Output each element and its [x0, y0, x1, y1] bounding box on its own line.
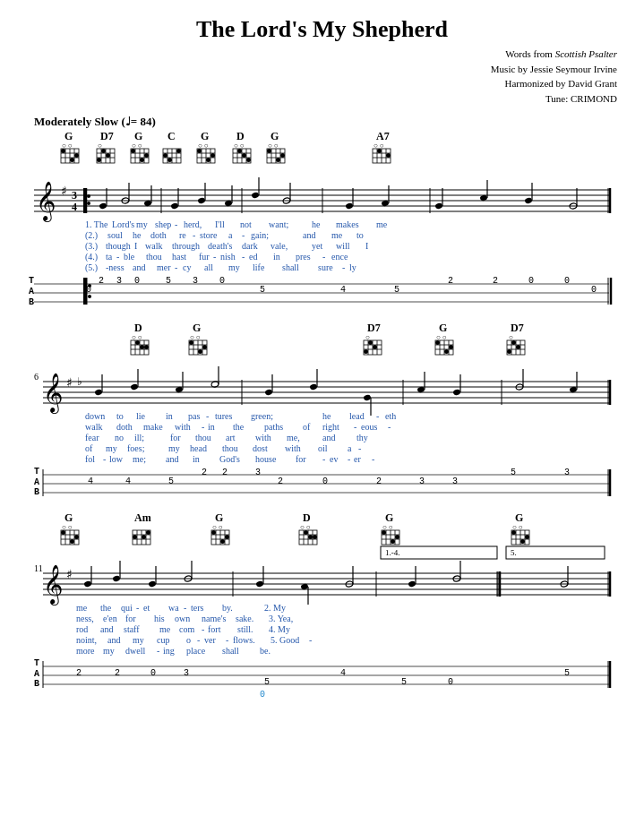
svg-text:-: -: [354, 422, 356, 432]
svg-text:4: 4: [72, 201, 77, 213]
svg-text:2: 2: [115, 668, 120, 678]
svg-text:his: his: [154, 614, 165, 623]
song-title: The Lord's My Shepherd: [27, 16, 617, 43]
svg-text:-: -: [372, 454, 374, 464]
svg-text:in: in: [193, 454, 200, 464]
svg-text:-: -: [358, 443, 361, 453]
svg-point-420: [304, 530, 308, 535]
svg-text:still.: still.: [237, 624, 253, 634]
svg-text:-: -: [376, 411, 379, 421]
svg-point-430: [382, 530, 386, 535]
svg-text:ble: ble: [124, 252, 135, 262]
svg-text:3: 3: [193, 276, 198, 286]
svg-text:3. Yea,: 3. Yea,: [269, 614, 293, 623]
chord-C-1: C: [167, 130, 176, 142]
chord-grid-G4: [267, 149, 285, 163]
svg-text:e'en: e'en: [103, 614, 117, 623]
svg-text:low: low: [109, 454, 124, 464]
svg-text:doth: doth: [116, 422, 133, 432]
svg-text:in: in: [273, 252, 280, 262]
svg-text:house: house: [255, 454, 277, 464]
svg-text:3: 3: [184, 668, 189, 678]
chord-grid-G-s3: [61, 530, 79, 545]
svg-text:𝄞: 𝄞: [43, 373, 63, 415]
svg-text:1.-4.: 1.-4.: [385, 548, 400, 557]
svg-text:ev: ev: [330, 454, 338, 464]
svg-text:3: 3: [419, 477, 425, 486]
svg-text:-: -: [309, 635, 312, 645]
svg-point-66: [267, 149, 271, 153]
chord-A7-1: A7: [376, 130, 390, 142]
svg-text:my: my: [168, 443, 180, 453]
svg-text:-ness: -ness: [106, 262, 125, 272]
svg-text:5: 5: [264, 677, 270, 687]
svg-rect-445: [506, 546, 605, 559]
svg-text:4: 4: [88, 477, 93, 486]
svg-text:2: 2: [99, 276, 104, 286]
svg-point-400: [133, 535, 137, 539]
svg-text:shep: shep: [155, 219, 171, 229]
staff-section3: 11 𝄞 ♯: [34, 561, 610, 606]
svg-point-244: [373, 345, 377, 349]
svg-text:𝄞: 𝄞: [43, 564, 63, 606]
svg-point-58: [246, 158, 251, 162]
svg-text:cup: cup: [157, 635, 169, 645]
svg-text:ver: ver: [204, 635, 216, 645]
chord-Am-s3: Am: [134, 511, 151, 524]
svg-point-422: [313, 535, 317, 539]
svg-text:the: the: [233, 422, 245, 432]
svg-text:-: -: [197, 635, 200, 645]
chord-grid-G3: [197, 149, 215, 163]
svg-text:-: -: [226, 635, 228, 645]
svg-point-288: [264, 389, 272, 396]
svg-text:-: -: [348, 454, 350, 464]
svg-text:ly: ly: [349, 262, 356, 272]
svg-text:for: for: [170, 433, 181, 442]
svg-text:be.: be.: [260, 646, 270, 656]
svg-text:♯: ♯: [61, 185, 67, 198]
svg-text:Lord's: Lord's: [112, 219, 134, 229]
svg-point-235: [198, 349, 202, 354]
svg-point-19: [97, 158, 101, 162]
svg-text:gain;: gain;: [251, 230, 269, 240]
svg-text:ill;: ill;: [134, 433, 144, 442]
svg-text:noint,: noint,: [76, 635, 97, 645]
svg-point-117: [434, 202, 442, 210]
attribution-line4: Tune: CRIMOND: [27, 91, 617, 107]
svg-text:me: me: [376, 219, 388, 229]
svg-point-103: [170, 202, 178, 210]
svg-text:2: 2: [448, 276, 453, 286]
attribution-line2: Music by Jessie Seymour Irvine: [27, 62, 617, 77]
chord-G-s2b: G: [439, 322, 447, 334]
svg-text:5: 5: [401, 677, 407, 687]
svg-point-410: [211, 530, 216, 535]
svg-text:0: 0: [528, 276, 534, 286]
svg-text:-: -: [213, 252, 216, 262]
svg-point-47: [210, 153, 215, 158]
svg-text:ence: ence: [331, 252, 348, 262]
svg-text:through: through: [172, 241, 200, 251]
chord-grid-A7: [373, 149, 391, 163]
svg-point-29: [140, 158, 144, 162]
svg-text:fur: fur: [199, 252, 210, 262]
svg-text:no: no: [115, 433, 124, 442]
svg-text:0: 0: [219, 276, 225, 286]
chord-G-s3b: G: [215, 511, 223, 524]
svg-text:me: me: [76, 603, 88, 613]
svg-point-36: [176, 149, 181, 153]
chord-grid-C: [163, 149, 181, 163]
svg-text:and: and: [322, 433, 335, 442]
svg-point-391: [61, 530, 65, 535]
svg-text:to: to: [356, 230, 364, 240]
svg-point-56: [237, 149, 242, 153]
svg-text:2: 2: [76, 668, 82, 678]
svg-point-28: [144, 153, 149, 158]
svg-text:shall: shall: [282, 262, 299, 272]
svg-point-476: [408, 580, 416, 588]
svg-point-243: [368, 340, 373, 345]
svg-text:my: my: [228, 262, 240, 272]
svg-text:eth: eth: [385, 411, 396, 421]
svg-text:ness,: ness,: [76, 614, 94, 623]
chord-grid-Am: [133, 530, 150, 545]
svg-text:of: of: [303, 422, 311, 432]
